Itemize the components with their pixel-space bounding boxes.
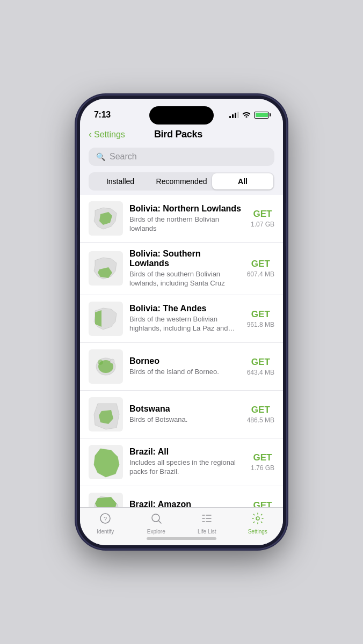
signal-bars xyxy=(229,112,239,118)
list-item[interactable]: Bolivia: Northern Lowlands Birds of the … xyxy=(80,195,283,243)
item-info-1: Bolivia: Southern Lowlands Birds of the … xyxy=(129,249,241,288)
list-container[interactable]: Bolivia: Northern Lowlands Birds of the … xyxy=(80,195,283,507)
identify-icon: ? xyxy=(99,512,112,527)
search-bar[interactable]: 🔍 Search xyxy=(89,148,274,166)
tab-identify[interactable]: ? Identify xyxy=(80,512,131,535)
life-list-icon xyxy=(200,512,213,527)
back-label: Settings xyxy=(94,130,125,140)
item-map-botswana xyxy=(89,397,123,431)
item-map-brazil-all xyxy=(89,445,123,479)
status-right xyxy=(229,111,269,119)
item-action-2: GET 961.8 MB xyxy=(247,309,274,328)
home-indicator xyxy=(147,537,216,540)
list-item[interactable]: Bolivia: Southern Lowlands Birds of the … xyxy=(80,243,283,295)
item-info-0: Bolivia: Northern Lowlands Birds of the … xyxy=(129,204,244,233)
item-desc-1: Birds of the southern Bolivian lowlands,… xyxy=(129,270,241,288)
svg-line-14 xyxy=(158,521,161,524)
item-desc-3: Birds of the island of Borneo. xyxy=(129,368,241,377)
item-action-0: GET 1.07 GB xyxy=(251,209,274,228)
item-title-4: Botswana xyxy=(129,404,241,414)
tab-identify-label: Identify xyxy=(97,529,114,535)
phone-shell: 7:13 xyxy=(77,96,286,548)
item-title-1: Bolivia: Southern Lowlands xyxy=(129,249,241,268)
item-desc-0: Birds of the northern Bolivian lowlands xyxy=(129,215,244,233)
item-info-5: Brazil: All Includes all species in the … xyxy=(129,447,244,477)
get-button-4[interactable]: GET xyxy=(251,405,270,415)
item-size-2: 961.8 MB xyxy=(247,321,274,328)
list-item[interactable]: Borneo Birds of the island of Borneo. GE… xyxy=(80,343,283,391)
item-size-4: 486.5 MB xyxy=(247,416,274,424)
get-button-5[interactable]: GET xyxy=(253,452,272,463)
volume-down-button[interactable] xyxy=(77,235,77,265)
signal-bar-1 xyxy=(229,116,231,118)
item-title-5: Brazil: All xyxy=(129,447,244,457)
tab-life-list-label: Life List xyxy=(198,529,216,535)
dynamic-island xyxy=(149,106,214,125)
list-item[interactable]: Brazil: All Includes all species in the … xyxy=(80,438,283,486)
item-title-3: Borneo xyxy=(129,356,241,366)
get-button-3[interactable]: GET xyxy=(251,357,270,368)
item-size-1: 607.4 MB xyxy=(247,270,274,278)
volume-up-button[interactable] xyxy=(77,197,77,228)
wifi-icon xyxy=(242,111,251,119)
status-time: 7:13 xyxy=(94,110,111,120)
get-button-0[interactable]: GET xyxy=(253,209,272,219)
item-action-3: GET 643.4 MB xyxy=(247,357,274,376)
item-size-3: 643.4 MB xyxy=(247,369,274,376)
tab-all[interactable]: All xyxy=(212,173,273,189)
power-button[interactable] xyxy=(286,203,286,246)
back-button[interactable]: ‹ Settings xyxy=(89,129,125,140)
item-map-bolivia-north xyxy=(89,201,123,236)
page-title: Bird Packs xyxy=(125,129,231,140)
item-size-5: 1.76 GB xyxy=(251,464,274,472)
item-desc-4: Birds of Botswana. xyxy=(129,415,241,425)
segment-control-wrap: Installed Recommended All xyxy=(80,170,283,195)
item-action-4: GET 486.5 MB xyxy=(247,405,274,424)
search-bar-wrap: 🔍 Search xyxy=(80,145,283,170)
battery-fill xyxy=(256,113,268,117)
tab-settings-label: Settings xyxy=(248,529,267,535)
list-item[interactable]: Bolivia: The Andes Birds of the western … xyxy=(80,295,283,343)
item-info-4: Botswana Birds of Botswana. xyxy=(129,404,241,425)
search-icon: 🔍 xyxy=(96,152,105,161)
tab-installed[interactable]: Installed xyxy=(90,173,151,189)
tab-explore-label: Explore xyxy=(147,529,165,535)
tab-explore[interactable]: Explore xyxy=(131,512,182,535)
item-desc-2: Birds of the western Bolivian highlands,… xyxy=(129,315,241,333)
item-action-1: GET 607.4 MB xyxy=(247,259,274,278)
nav-bar: ‹ Settings Bird Packs xyxy=(80,127,283,145)
battery-body xyxy=(254,112,269,119)
explore-icon xyxy=(150,512,163,527)
get-button-2[interactable]: GET xyxy=(251,309,270,320)
tab-life-list[interactable]: Life List xyxy=(182,512,233,535)
svg-point-6 xyxy=(98,360,103,365)
get-button-6[interactable]: GET xyxy=(253,500,272,507)
svg-point-13 xyxy=(152,514,159,522)
item-action-6: GET 1.36 GB xyxy=(251,500,274,507)
battery xyxy=(254,112,269,119)
tab-settings[interactable]: Settings xyxy=(233,512,284,535)
svg-point-7 xyxy=(110,359,114,363)
item-title-0: Bolivia: Northern Lowlands xyxy=(129,204,244,214)
phone-screen: 7:13 xyxy=(80,99,283,545)
item-size-0: 1.07 GB xyxy=(251,221,274,228)
item-info-6: Brazil: Amazon Birds of Amazonian states… xyxy=(129,500,244,507)
item-desc-5: Includes all species in the regional pac… xyxy=(129,458,244,477)
item-action-5: GET 1.76 GB xyxy=(251,452,274,472)
segment-control: Installed Recommended All xyxy=(89,172,274,191)
item-map-brazil-amazon xyxy=(89,493,123,507)
svg-text:?: ? xyxy=(104,516,107,522)
svg-point-21 xyxy=(256,517,259,520)
tab-recommended[interactable]: Recommended xyxy=(151,173,212,189)
settings-icon xyxy=(251,512,264,527)
search-placeholder: Search xyxy=(110,152,137,162)
item-map-bolivia-andes xyxy=(89,302,123,336)
item-map-borneo xyxy=(89,349,123,384)
item-title-6: Brazil: Amazon xyxy=(129,500,244,507)
list-item[interactable]: Brazil: Amazon Birds of Amazonian states… xyxy=(80,486,283,507)
list-item[interactable]: Botswana Birds of Botswana. GET 486.5 MB xyxy=(80,391,283,438)
mute-button[interactable] xyxy=(77,171,77,188)
get-button-1[interactable]: GET xyxy=(251,259,270,269)
item-title-2: Bolivia: The Andes xyxy=(129,304,241,313)
back-chevron-icon: ‹ xyxy=(89,129,92,140)
